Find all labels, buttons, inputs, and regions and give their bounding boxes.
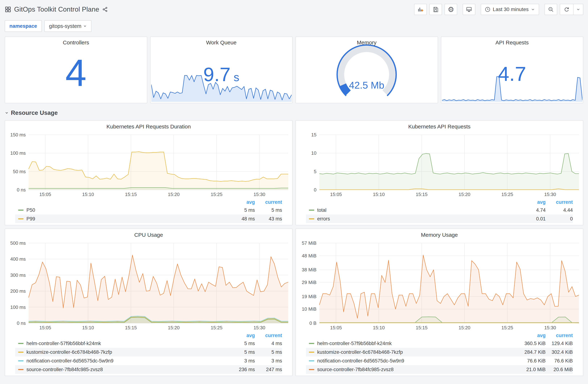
legend-header: avgcurrent: [306, 198, 573, 206]
legend-col-avg[interactable]: avg: [224, 333, 255, 338]
series-color-dash[interactable]: [18, 360, 23, 361]
section-resource-usage[interactable]: Resource Usage: [5, 109, 583, 117]
refresh-icon: [564, 6, 569, 12]
panel-k8s-api-requests-duration[interactable]: Kubernetes API Requests Duration 0 ns50 …: [5, 120, 293, 225]
legend-col-avg[interactable]: avg: [224, 199, 255, 205]
stat-value: 4: [5, 54, 147, 92]
series-name[interactable]: P50: [26, 207, 224, 213]
series-name[interactable]: helm-controller-57f9b56bbf-k24mk: [26, 341, 224, 346]
svg-text:42.5 Mb: 42.5 Mb: [349, 80, 384, 91]
panel-work-queue[interactable]: Work Queue 9.7 s: [150, 37, 293, 103]
chevron-down-icon: [5, 111, 9, 115]
chart-row-1: Kubernetes API Requests Duration 0 ns50 …: [5, 120, 583, 225]
svg-text:15:05: 15:05: [39, 325, 51, 330]
legend-col-current[interactable]: current: [546, 333, 573, 338]
series-name[interactable]: notification-controller-6d56575dc-5w9n9: [317, 358, 515, 364]
legend-row: helm-controller-57f9b56bbf-k24mk5 ms4 ms: [15, 339, 282, 348]
time-series-chart[interactable]: 0 ns50 ms100 ms150 ms15:0515:1015:1515:2…: [6, 132, 291, 198]
panel-memory[interactable]: Memory 42.5 Mb: [295, 37, 438, 103]
dashboard-header: GitOps Toolkit Control Plane ⚙ Last 30 m…: [0, 0, 588, 16]
time-series-chart[interactable]: 0 B10 MiB19 MiB29 MiB38 MiB48 MiB57 MiB1…: [297, 240, 582, 332]
add-panel-button[interactable]: [414, 4, 427, 15]
legend-row: kustomize-controller-6c6784b468-7kzfp5 m…: [15, 348, 282, 357]
variables-row: namespace gitops-system: [0, 20, 588, 32]
series-name[interactable]: kustomize-controller-6c6784b468-7kzfp: [317, 349, 515, 355]
legend-col-current[interactable]: current: [255, 333, 282, 338]
panel-cpu-usage[interactable]: CPU Usage 0 ns100 ms200 ms300 ms400 ms50…: [5, 229, 293, 376]
series-name[interactable]: total: [317, 207, 515, 213]
legend: avgcurrenttotal4.744.44errors0.010: [296, 198, 583, 225]
series-avg: 76.6 KiB: [515, 358, 546, 364]
share-icon[interactable]: [102, 6, 108, 12]
series-color-dash[interactable]: [309, 360, 314, 361]
legend: avgcurrenthelm-controller-57f9b56bbf-k24…: [5, 332, 292, 376]
panel-api-requests[interactable]: API Requests 4.7: [441, 37, 584, 103]
svg-text:19 MiB: 19 MiB: [302, 294, 316, 299]
svg-text:29 MiB: 29 MiB: [302, 280, 316, 285]
panel-memory-usage[interactable]: Memory Usage 0 B10 MiB19 MiB29 MiB38 MiB…: [295, 229, 583, 376]
panel-title: CPU Usage: [5, 229, 292, 240]
zoom-out-button[interactable]: [545, 4, 557, 15]
time-range-picker[interactable]: Last 30 minutes: [481, 4, 539, 15]
series-name[interactable]: kustomize-controller-6c6784b468-7kzfp: [26, 349, 224, 355]
panel-controllers[interactable]: Controllers 4: [5, 37, 147, 103]
panel-k8s-api-requests[interactable]: Kubernetes API Requests 05101515:0515:10…: [295, 120, 583, 225]
svg-text:15:30: 15:30: [253, 325, 265, 330]
series-name[interactable]: P99: [26, 216, 224, 222]
legend-row: source-controller-7fb84fc985-zvsz821.0 M…: [306, 365, 573, 374]
series-current: 247 ms: [255, 367, 282, 372]
series-avg: 360.5 KiB: [515, 341, 546, 346]
legend-row: errors0.010: [306, 214, 573, 223]
variable-value-dropdown[interactable]: gitops-system: [44, 20, 92, 32]
series-color-dash[interactable]: [309, 210, 314, 211]
save-dashboard-button[interactable]: [429, 4, 442, 15]
series-current: 0: [546, 216, 573, 222]
series-color-dash[interactable]: [309, 352, 314, 353]
stat-value: 9.7 s: [150, 65, 292, 84]
series-name[interactable]: source-controller-7fb84fc985-zvsz8: [317, 367, 515, 372]
series-avg: 284.7 KiB: [515, 349, 546, 355]
svg-text:15:20: 15:20: [459, 192, 470, 197]
legend-col-current[interactable]: current: [255, 199, 282, 205]
legend-col-current[interactable]: current: [546, 199, 573, 205]
series-color-dash[interactable]: [309, 343, 314, 344]
series-current: 5 ms: [255, 349, 282, 355]
time-series-chart[interactable]: 05101515:0515:1015:1515:2015:2515:30: [297, 132, 582, 198]
legend-header: avgcurrent: [306, 332, 573, 339]
series-color-dash[interactable]: [18, 210, 23, 211]
series-current: 76.6 KiB: [546, 358, 573, 364]
series-color-dash[interactable]: [18, 369, 23, 370]
svg-text:15:15: 15:15: [416, 325, 427, 330]
dashboard-settings-button[interactable]: ⚙: [444, 4, 457, 15]
series-name[interactable]: notification-controller-6d56575dc-5w9n9: [26, 358, 224, 364]
svg-text:15: 15: [311, 132, 316, 137]
series-current: 20.6 MiB: [546, 367, 573, 372]
series-color-dash[interactable]: [18, 218, 23, 219]
svg-text:15:15: 15:15: [125, 192, 137, 197]
series-name[interactable]: helm-controller-57f9b56bbf-k24mk: [317, 341, 515, 346]
svg-text:15:15: 15:15: [416, 192, 427, 197]
series-color-dash[interactable]: [309, 218, 314, 219]
cycle-view-button[interactable]: [463, 4, 475, 15]
series-color-dash[interactable]: [18, 352, 23, 353]
series-name[interactable]: errors: [317, 216, 515, 222]
svg-text:150 ms: 150 ms: [10, 132, 26, 137]
legend-row: P505 ms5 ms: [15, 206, 282, 214]
legend-col-avg[interactable]: avg: [515, 199, 546, 205]
legend-col-avg[interactable]: avg: [515, 333, 546, 338]
svg-text:15:20: 15:20: [168, 192, 180, 197]
series-avg: 48 ms: [224, 216, 255, 222]
series-name[interactable]: source-controller-7fb84fc985-zvsz8: [26, 367, 224, 372]
time-series-chart[interactable]: 0 ns100 ms200 ms300 ms400 ms500 ms15:051…: [6, 240, 291, 332]
svg-text:15:25: 15:25: [211, 192, 222, 197]
monitor-icon: [466, 6, 472, 13]
series-current: 5 ms: [255, 207, 282, 213]
series-color-dash[interactable]: [309, 369, 314, 370]
panel-title: Work Queue: [150, 40, 292, 46]
svg-text:57 MiB: 57 MiB: [302, 240, 316, 246]
legend: avgcurrentP505 ms5 msP9948 ms43 ms: [5, 198, 292, 225]
refresh-interval-button[interactable]: [573, 4, 583, 15]
series-color-dash[interactable]: [18, 343, 23, 344]
refresh-button[interactable]: [560, 4, 573, 15]
variable-label: namespace: [5, 20, 42, 32]
